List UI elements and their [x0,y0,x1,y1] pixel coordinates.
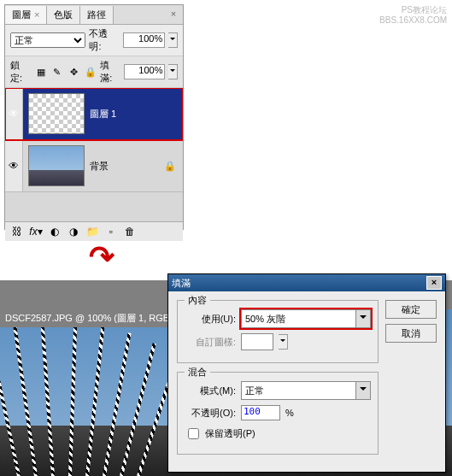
tab-layers[interactable]: 圖層× [5,6,47,24]
layer-row[interactable]: 👁 背景 🔒 [5,140,183,192]
cancel-button[interactable]: 取消 [385,324,437,343]
arrow-icon: ↷ [89,239,114,275]
tab-paths[interactable]: 路徑 [80,6,114,24]
fill-input[interactable]: 100% [124,64,165,79]
group-title: 混合 [185,366,210,379]
pattern-label: 自訂圖樣: [185,336,236,349]
preserve-label: 保留透明(P) [205,427,255,440]
mask-icon[interactable]: ◐ [48,225,62,238]
layer-actions: ⛓ fx▾ ◐ ◑ 📁 ▫ 🗑 [5,221,183,241]
dialog-title: 填滿 [172,277,191,290]
opacity-label: 不透明(O): [185,407,236,420]
percent-label: % [285,408,294,418]
blend-mode-select[interactable]: 正常 [10,32,85,48]
trash-icon[interactable]: 🗑 [123,225,137,238]
use-label: 使用(U): [185,313,236,326]
folder-icon[interactable]: 📁 [85,225,99,238]
blend-group: 混合 模式(M): 正常 不透明(O): 100 % 保留透明(P) [177,372,379,455]
chevron-down-icon[interactable] [355,382,370,399]
watermark: PS教程论坛 BBS.16XX8.COM [379,5,447,26]
use-select[interactable]: 50% 灰階 [241,309,371,328]
ok-button[interactable]: 確定 [385,300,437,319]
fill-label: 填滿: [100,59,120,85]
lock-label: 鎖定: [10,59,31,85]
lock-row: 鎖定: ▦ ✎ ✥ 🔒 填滿: 100% [5,56,183,88]
panel-close-icon[interactable]: × [167,9,179,21]
link-icon[interactable]: ⛓ [10,225,24,238]
lock-position-icon[interactable]: ✥ [68,65,80,79]
fill-dialog: 填滿 × 內容 使用(U): 50% 灰階 自訂圖樣: 混合 [167,273,446,473]
layer-thumbnail[interactable] [28,93,85,134]
visibility-icon[interactable]: 👁 [5,88,23,139]
fx-icon[interactable]: fx▾ [29,225,43,238]
opacity-label: 不透明: [89,27,119,53]
layer-thumbnail[interactable] [28,145,85,186]
layer-name[interactable]: 圖層 1 [90,108,183,120]
visibility-icon[interactable]: 👁 [5,140,23,191]
chevron-down-icon[interactable] [355,310,370,327]
pattern-swatch [241,333,273,350]
preserve-checkbox[interactable] [188,428,199,439]
blend-row: 正常 不透明: 100% [5,25,183,56]
layer-list: 👁 圖層 1 👁 背景 🔒 [5,88,183,221]
document-title: DSCF2587.JPG @ 100% (圖層 1, RGB/8 [0,309,182,327]
group-title: 內容 [185,294,210,307]
opacity-input[interactable]: 100% [123,32,165,48]
panel-tabs: 圖層× 色版 路徑 × [5,5,183,25]
opacity-input[interactable]: 100 [241,405,280,420]
tab-channels[interactable]: 色版 [47,6,80,24]
opacity-dropdown-icon[interactable] [168,32,178,48]
chevron-down-icon [279,334,288,350]
adjustment-icon[interactable]: ◑ [67,225,80,238]
lock-paint-icon[interactable]: ✎ [50,65,63,79]
layers-panel: 圖層× 色版 路徑 × 正常 不透明: 100% 鎖定: ▦ ✎ ✥ 🔒 填滿:… [4,4,184,230]
new-layer-icon[interactable]: ▫ [104,225,118,238]
tab-close-icon[interactable]: × [34,9,39,20]
dialog-close-icon[interactable]: × [426,276,442,290]
lock-transparency-icon[interactable]: ▦ [34,65,47,79]
dialog-titlebar[interactable]: 填滿 × [168,274,445,291]
layer-name[interactable]: 背景 [90,160,164,173]
lock-icon: 🔒 [164,161,176,172]
content-group: 內容 使用(U): 50% 灰階 自訂圖樣: [177,300,379,363]
mode-select[interactable]: 正常 [241,381,371,400]
layer-row[interactable]: 👁 圖層 1 [5,88,183,140]
mode-label: 模式(M): [185,385,236,397]
lock-all-icon[interactable]: 🔒 [84,65,97,79]
fill-dropdown-icon[interactable] [168,64,178,79]
